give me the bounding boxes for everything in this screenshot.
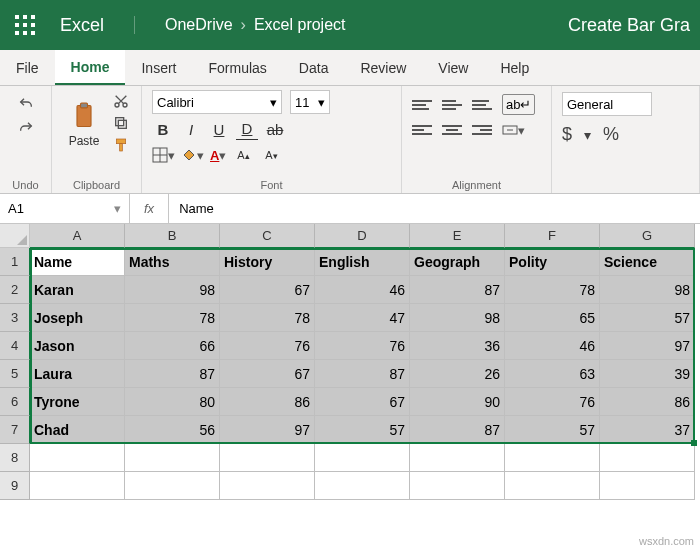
align-middle-icon[interactable] xyxy=(442,96,462,114)
align-center-icon[interactable] xyxy=(442,121,462,139)
cell-value[interactable]: 86 xyxy=(220,388,315,416)
cell-value[interactable]: 67 xyxy=(315,388,410,416)
cell-b1[interactable]: Maths xyxy=(125,248,220,276)
cell-value[interactable]: 63 xyxy=(505,360,600,388)
align-bottom-icon[interactable] xyxy=(472,96,492,114)
cell-value[interactable]: 36 xyxy=(410,332,505,360)
col-header-b[interactable]: B xyxy=(125,224,220,248)
format-painter-icon[interactable] xyxy=(112,136,130,154)
row-header-9[interactable]: 9 xyxy=(0,472,30,500)
cell-value[interactable]: 76 xyxy=(505,388,600,416)
cell-name[interactable]: Jason xyxy=(30,332,125,360)
cell-value[interactable]: 97 xyxy=(220,416,315,444)
row-header-7[interactable]: 7 xyxy=(0,416,30,444)
cell-value[interactable]: 78 xyxy=(125,304,220,332)
col-header-a[interactable]: A xyxy=(30,224,125,248)
cell-g1[interactable]: Science xyxy=(600,248,695,276)
font-size-select[interactable]: 11▾ xyxy=(290,90,330,114)
col-header-d[interactable]: D xyxy=(315,224,410,248)
fill-color-icon[interactable]: ▾ xyxy=(181,147,204,163)
tab-review[interactable]: Review xyxy=(344,50,422,85)
cell-value[interactable]: 26 xyxy=(410,360,505,388)
tab-formulas[interactable]: Formulas xyxy=(192,50,282,85)
cell-value[interactable]: 98 xyxy=(125,276,220,304)
tab-help[interactable]: Help xyxy=(484,50,545,85)
cell-value[interactable]: 90 xyxy=(410,388,505,416)
cell-value[interactable]: 39 xyxy=(600,360,695,388)
currency-button[interactable]: $ xyxy=(562,124,572,145)
copy-icon[interactable] xyxy=(112,114,130,132)
cell-d1[interactable]: English xyxy=(315,248,410,276)
row-header-6[interactable]: 6 xyxy=(0,388,30,416)
cell-value[interactable]: 98 xyxy=(410,304,505,332)
spreadsheet-grid[interactable]: A B C D E F G 1 Name Maths History Engli… xyxy=(0,224,700,500)
cell-e1[interactable]: Geograph xyxy=(410,248,505,276)
double-underline-button[interactable]: D xyxy=(236,118,258,140)
cell-name[interactable]: Karan xyxy=(30,276,125,304)
col-header-e[interactable]: E xyxy=(410,224,505,248)
fx-icon[interactable]: fx xyxy=(130,194,169,224)
formula-value[interactable]: Name xyxy=(169,201,224,216)
cell-value[interactable]: 67 xyxy=(220,360,315,388)
cell-empty[interactable] xyxy=(600,472,695,500)
wrap-text-icon[interactable]: ab↵ xyxy=(502,94,535,115)
cell-empty[interactable] xyxy=(30,472,125,500)
borders-icon[interactable]: ▾ xyxy=(152,147,175,163)
cell-empty[interactable] xyxy=(220,472,315,500)
row-header-4[interactable]: 4 xyxy=(0,332,30,360)
cell-f1[interactable]: Polity xyxy=(505,248,600,276)
cell-value[interactable]: 67 xyxy=(220,276,315,304)
breadcrumb-folder[interactable]: Excel project xyxy=(254,16,346,34)
cell-c1[interactable]: History xyxy=(220,248,315,276)
cell-value[interactable]: 57 xyxy=(315,416,410,444)
undo-icon[interactable] xyxy=(18,96,34,112)
bold-button[interactable]: B xyxy=(152,118,174,140)
strikethrough-button[interactable]: ab xyxy=(264,118,286,140)
row-header-1[interactable]: 1 xyxy=(0,248,30,276)
cell-value[interactable]: 97 xyxy=(600,332,695,360)
cell-value[interactable]: 65 xyxy=(505,304,600,332)
cell-value[interactable]: 80 xyxy=(125,388,220,416)
cell-name[interactable]: Laura xyxy=(30,360,125,388)
cell-name[interactable]: Joseph xyxy=(30,304,125,332)
increase-font-icon[interactable]: A▴ xyxy=(232,144,254,166)
number-format-select[interactable]: General xyxy=(562,92,652,116)
tab-file[interactable]: File xyxy=(0,50,55,85)
cut-icon[interactable] xyxy=(112,92,130,110)
underline-button[interactable]: U xyxy=(208,118,230,140)
row-header-3[interactable]: 3 xyxy=(0,304,30,332)
cell-empty[interactable] xyxy=(220,444,315,472)
breadcrumb[interactable]: OneDrive › Excel project xyxy=(134,16,346,34)
document-title[interactable]: Create Bar Gra xyxy=(558,15,700,36)
font-name-select[interactable]: Calibri▾ xyxy=(152,90,282,114)
cell-empty[interactable] xyxy=(505,444,600,472)
redo-icon[interactable] xyxy=(18,120,34,136)
col-header-f[interactable]: F xyxy=(505,224,600,248)
cell-value[interactable]: 87 xyxy=(410,416,505,444)
cell-value[interactable]: 57 xyxy=(505,416,600,444)
cell-value[interactable]: 78 xyxy=(505,276,600,304)
italic-button[interactable]: I xyxy=(180,118,202,140)
cell-value[interactable]: 66 xyxy=(125,332,220,360)
cell-value[interactable]: 37 xyxy=(600,416,695,444)
cell-value[interactable]: 47 xyxy=(315,304,410,332)
cell-value[interactable]: 87 xyxy=(410,276,505,304)
paste-button[interactable]: Paste xyxy=(62,90,106,160)
cell-value[interactable]: 57 xyxy=(600,304,695,332)
cell-value[interactable]: 98 xyxy=(600,276,695,304)
cell-value[interactable]: 76 xyxy=(315,332,410,360)
cell-value[interactable]: 87 xyxy=(315,360,410,388)
tab-home[interactable]: Home xyxy=(55,50,126,85)
cell-empty[interactable] xyxy=(600,444,695,472)
merge-cells-icon[interactable]: ▾ xyxy=(502,122,525,138)
cell-empty[interactable] xyxy=(315,472,410,500)
select-all-cell[interactable] xyxy=(0,224,30,248)
row-header-2[interactable]: 2 xyxy=(0,276,30,304)
cell-value[interactable]: 87 xyxy=(125,360,220,388)
row-header-5[interactable]: 5 xyxy=(0,360,30,388)
cell-value[interactable]: 78 xyxy=(220,304,315,332)
cell-empty[interactable] xyxy=(315,444,410,472)
align-left-icon[interactable] xyxy=(412,121,432,139)
cell-a1[interactable]: Name xyxy=(30,248,125,276)
font-color-icon[interactable]: A▾ xyxy=(210,148,226,163)
